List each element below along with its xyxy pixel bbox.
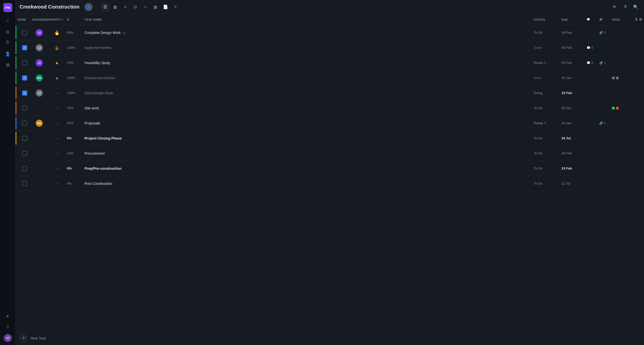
task-status: Ready f... — [534, 121, 561, 125]
col-task-name: TASK NAME — [85, 18, 534, 21]
task-name[interactable]: Procurement — [85, 151, 534, 155]
task-due: 02 Feb — [561, 61, 587, 65]
task-priority: — — [47, 121, 67, 125]
task-due: 23 Feb — [561, 166, 587, 170]
help-icon[interactable]: ? — [3, 323, 12, 332]
task-percent: 25% — [67, 61, 85, 65]
table-row: —0%Prep/Pre-constructionTo Do23 Feb — [16, 161, 644, 176]
task-comments: 💬3 — [587, 61, 599, 65]
timeline-view-btn[interactable]: ∿ — [141, 3, 150, 11]
task-links: 🔗2 — [599, 31, 612, 34]
search-btn[interactable]: 🔍 — [631, 3, 640, 11]
home-icon[interactable]: ⌂ — [3, 16, 12, 25]
task-status: To Do — [534, 151, 561, 155]
task-assignee: JJ — [32, 44, 47, 51]
watch-btn[interactable]: 👁 — [610, 3, 619, 11]
task-name[interactable]: Documents Review — [85, 76, 534, 80]
task-checkbox[interactable]: ✓ — [22, 45, 27, 50]
task-tags — [612, 107, 642, 110]
col-links: 🔗 — [599, 18, 612, 21]
task-checkbox[interactable] — [22, 166, 27, 171]
tag-dot — [616, 107, 619, 110]
task-name[interactable]: Complete Design Work ◇ — [85, 31, 534, 35]
task-name[interactable]: Prep/Pre-construction — [85, 166, 534, 170]
assignee-avatar: JJ — [36, 90, 43, 97]
add-task-button[interactable]: + — [20, 334, 28, 342]
task-due: 12 Jul — [561, 182, 587, 185]
app-logo[interactable]: PM — [3, 3, 12, 12]
task-checkbox[interactable] — [22, 151, 27, 156]
main-content: Creekwood Construction 👤 ☰ ▦ ≡ ⊟ ∿ ▦ 📄 +… — [16, 0, 644, 345]
task-status: To Do — [534, 182, 561, 185]
assignee-avatar: MS — [36, 120, 43, 127]
column-headers: DONE ASSIGNEE PRIORITY ▼ % TASK NAME STA… — [16, 14, 644, 25]
task-name[interactable]: Start Design Work — [85, 91, 534, 95]
footer: + New Task — [16, 331, 644, 345]
assignee-avatar: JJ — [36, 29, 43, 36]
table-row: ✓JJ🔥100%Apply for PermitsDone06 Feb💬5 — [16, 40, 644, 55]
table-view-btn[interactable]: ⊟ — [131, 3, 140, 11]
doc-view-btn[interactable]: 📄 — [161, 3, 170, 11]
add-workspace-icon[interactable]: + — [3, 312, 12, 321]
comment-icon: 💬 — [587, 61, 590, 65]
task-assignee: MS — [32, 120, 47, 127]
task-status: To Do — [534, 166, 561, 170]
task-percent: 0% — [67, 136, 85, 140]
task-name[interactable]: Apply for Permits — [85, 46, 534, 50]
tag-dot — [616, 76, 619, 79]
task-name[interactable]: Feasibility Study — [85, 61, 534, 65]
briefcase-icon[interactable]: ⊞ — [3, 60, 12, 69]
project-title: Creekwood Construction — [20, 4, 79, 10]
task-due: 20 Feb — [561, 151, 587, 155]
task-checkbox[interactable]: ✓ — [22, 91, 27, 96]
task-percent: 100% — [67, 91, 85, 95]
task-name[interactable]: Site work — [85, 106, 534, 110]
task-percent: 75% — [67, 106, 85, 110]
task-checkbox[interactable] — [22, 60, 27, 65]
task-assignee: JJ — [32, 90, 47, 97]
user-avatar-sidebar[interactable]: JJ — [4, 334, 12, 342]
task-due: 15 Feb — [561, 91, 587, 95]
col-priority[interactable]: PRIORITY ▼ — [47, 18, 67, 21]
filter-btn[interactable]: ⚗ — [621, 3, 629, 11]
list-view-btn[interactable]: ☰ — [101, 3, 109, 11]
task-checkbox[interactable] — [22, 181, 27, 186]
priority-sort-arrow: ▼ — [62, 18, 64, 21]
task-status: Done — [534, 76, 561, 80]
task-name[interactable]: Project Closing Phase — [85, 136, 534, 140]
task-due: 23 Jan — [561, 121, 587, 125]
filter-cols-icon[interactable]: ⚙ — [639, 18, 642, 21]
link-count: 2 — [604, 31, 606, 34]
link-count: 1 — [604, 121, 606, 125]
people-icon[interactable]: 👤 — [3, 49, 12, 58]
col-assignee: ASSIGNEE — [32, 18, 47, 21]
calendar-view-btn[interactable]: ▦ — [151, 3, 160, 11]
link-icon: 🔗 — [599, 121, 603, 125]
task-due: 06 Feb — [561, 46, 587, 50]
task-priority: ▲ — [47, 60, 67, 65]
col-done: DONE — [18, 18, 32, 21]
table-row: JJ▲25%Feasibility StudyReady f...02 Feb💬… — [16, 55, 644, 70]
task-priority: — — [47, 166, 67, 171]
notification-icon[interactable]: ◎ — [3, 27, 12, 36]
task-name[interactable]: Post Construction — [85, 182, 534, 186]
sort-icon[interactable]: ⇅ — [635, 18, 638, 21]
task-checkbox[interactable]: ✓ — [22, 75, 27, 80]
board-view-btn[interactable]: ≡ — [121, 3, 130, 11]
table-row: —0%Post ConstructionTo Do12 Jul — [16, 176, 644, 191]
col-status: STATUS — [534, 18, 561, 21]
task-name[interactable]: Proposals — [85, 121, 534, 125]
task-table: JJ🔥50%Complete Design Work ◇To Do16 Feb🔗… — [16, 25, 644, 331]
clock-icon[interactable]: ⏱ — [3, 38, 12, 47]
gantt-view-btn[interactable]: ▦ — [111, 3, 119, 11]
task-checkbox[interactable] — [22, 30, 27, 35]
task-checkbox[interactable] — [22, 121, 27, 126]
task-assignee: JJ — [32, 29, 47, 36]
task-percent: 0% — [67, 166, 85, 170]
task-checkbox[interactable] — [22, 136, 27, 141]
col-percent: % — [67, 18, 85, 21]
add-view-btn[interactable]: + — [171, 3, 180, 11]
comment-icon: 💬 — [587, 46, 590, 50]
header-right-tools: 👁 ⚗ 🔍 — [610, 3, 640, 11]
task-checkbox[interactable] — [22, 106, 27, 111]
